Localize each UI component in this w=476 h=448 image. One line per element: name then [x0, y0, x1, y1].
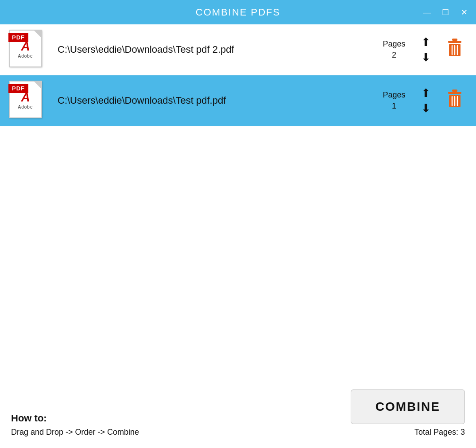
window-controls: — ☐ ✕ [420, 6, 471, 19]
svg-rect-0 [448, 41, 461, 43]
close-button[interactable]: ✕ [457, 6, 471, 19]
arrow-controls: ⬆ ⬇ [418, 35, 433, 64]
pages-label: Pages [383, 90, 405, 100]
minimize-button[interactable]: — [420, 6, 433, 19]
pages-count: 2 [392, 51, 396, 60]
file-row[interactable]: PDF A Adobe C:\Users\eddie\Downloads\Tes… [0, 75, 476, 126]
how-to-title: How to: [11, 413, 139, 424]
pages-section: Pages 2 [379, 39, 410, 60]
pages-count: 1 [392, 101, 396, 111]
file-info: C:\Users\eddie\Downloads\Test pdf.pdf Pa… [58, 86, 467, 115]
adobe-logo: A Adobe [18, 91, 33, 109]
combine-section: COMBINE Total Pages: 3 [351, 390, 465, 437]
move-down-button[interactable]: ⬇ [418, 101, 433, 115]
combine-button[interactable]: COMBINE [351, 390, 465, 424]
maximize-button[interactable]: ☐ [439, 6, 452, 19]
file-row[interactable]: PDF A Adobe C:\Users\eddie\Downloads\Tes… [0, 24, 476, 75]
pages-section: Pages 1 [379, 90, 410, 111]
file-list: PDF A Adobe C:\Users\eddie\Downloads\Tes… [0, 24, 476, 126]
pages-label: Pages [383, 39, 405, 49]
trash-icon [446, 38, 464, 58]
svg-rect-1 [452, 39, 457, 41]
how-to-instruction: Drag and Drop -> Order -> Combine [11, 428, 139, 437]
pdf-icon: PDF A Adobe [9, 30, 49, 70]
adobe-label: Adobe [18, 54, 33, 58]
pdf-icon: PDF A Adobe [9, 81, 49, 121]
adobe-label: Adobe [18, 105, 33, 109]
delete-button[interactable] [442, 87, 467, 114]
file-path: C:\Users\eddie\Downloads\Test pdf 2.pdf [58, 44, 370, 55]
svg-rect-7 [452, 90, 457, 92]
titlebar: COMBINE PDFS — ☐ ✕ [0, 0, 476, 24]
adobe-a-icon: A [21, 40, 30, 53]
trash-icon [446, 89, 464, 109]
move-up-button[interactable]: ⬆ [418, 35, 433, 49]
total-pages: Total Pages: 3 [414, 428, 465, 437]
adobe-logo: A Adobe [18, 40, 33, 58]
svg-rect-6 [448, 92, 461, 94]
how-to: How to: Drag and Drop -> Order -> Combin… [11, 413, 139, 437]
bottom-section: How to: Drag and Drop -> Order -> Combin… [0, 381, 476, 448]
arrow-controls: ⬆ ⬇ [418, 86, 433, 115]
delete-button[interactable] [442, 36, 467, 63]
file-info: C:\Users\eddie\Downloads\Test pdf 2.pdf … [58, 35, 467, 64]
move-down-button[interactable]: ⬇ [418, 51, 433, 64]
move-up-button[interactable]: ⬆ [418, 86, 433, 100]
app-title: COMBINE PDFS [196, 7, 280, 18]
file-path: C:\Users\eddie\Downloads\Test pdf.pdf [58, 95, 370, 106]
adobe-a-icon: A [21, 91, 30, 104]
